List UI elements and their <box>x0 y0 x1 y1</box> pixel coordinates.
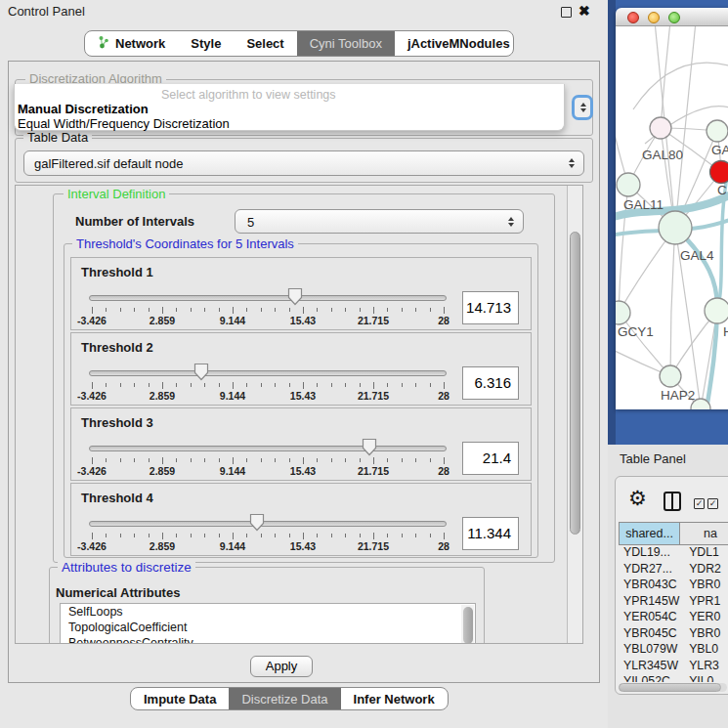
attributes-scrollbar[interactable] <box>461 605 474 644</box>
table-cell-shared[interactable]: YDR27... <box>619 562 682 578</box>
threshold-slider-track[interactable] <box>89 295 447 301</box>
table-row[interactable]: YDR27...YDR2 <box>619 562 728 578</box>
table-row[interactable]: YLR345WYLR3 <box>619 659 728 675</box>
threshold-slider-thumb[interactable] <box>193 363 209 381</box>
apply-button[interactable]: Apply <box>250 656 313 677</box>
control-panel: Control Panel ✖ Network Style S <box>0 0 608 728</box>
table-row[interactable]: YER054CYER0 <box>619 610 728 626</box>
tab-jactivemnodules[interactable]: jActiveMNodules <box>395 31 514 56</box>
node-gcy1[interactable] <box>616 301 630 324</box>
table-cell-name[interactable]: YDL1 <box>682 545 728 562</box>
node-hap2[interactable] <box>660 365 681 387</box>
tab-network-label: Network <box>115 36 165 51</box>
number-of-intervals-combobox[interactable]: 5 <box>235 209 524 234</box>
tab-discretize-data[interactable]: Discretize Data <box>229 688 340 709</box>
table-row[interactable]: YDL19...YDL1 <box>619 545 728 562</box>
settings-scrollbar-thumb[interactable] <box>570 232 580 535</box>
table-data-combobox[interactable]: galFiltered.sif default node <box>23 150 584 176</box>
table-horizontal-scrollbar[interactable] <box>619 683 727 692</box>
slider-tick <box>387 534 388 537</box>
node-label-gal4: GAL4 <box>680 248 714 263</box>
table-cell-shared[interactable]: YBR045C <box>619 626 682 643</box>
threshold-value-field[interactable]: 14.713 <box>462 291 519 324</box>
threshold-slider-thumb[interactable] <box>362 438 377 456</box>
algorithm-combobox-stepper[interactable] <box>572 95 593 120</box>
threshold-slider-track[interactable] <box>89 521 447 527</box>
table-cell-name[interactable]: YBR0 <box>682 626 728 643</box>
table-cell-name[interactable]: YER0 <box>682 610 728 626</box>
threshold-slider-thumb[interactable] <box>249 513 265 532</box>
table-cell-shared[interactable]: YER054C <box>619 610 682 626</box>
tab-infer-network[interactable]: Infer Network <box>341 688 448 709</box>
network-canvas[interactable]: GAL80 GA C GAL11 GAL4 GCY1 H HAP2 <box>616 26 728 409</box>
checkbox-icon[interactable]: ✓ <box>694 498 705 509</box>
minimize-traffic-light-icon[interactable] <box>648 12 660 23</box>
tab-cyni-toolbox[interactable]: Cyni Toolbox <box>297 31 395 56</box>
tab-select[interactable]: Select <box>234 31 296 56</box>
stepper-arrows-icon <box>569 158 575 168</box>
node-gal4[interactable] <box>659 211 692 244</box>
node-gal11[interactable] <box>617 173 640 196</box>
table-cell-shared[interactable]: YBR043C <box>619 578 682 594</box>
threshold-slider-thumb[interactable] <box>287 287 303 306</box>
table-row[interactable]: YIL052CYIL0 <box>619 674 728 682</box>
attribute-list-item[interactable]: BetweennessCentrality <box>61 635 475 644</box>
table-row[interactable]: YPR145WYPR1 <box>619 594 728 611</box>
table-cell-shared[interactable]: YPR145W <box>619 594 682 611</box>
slider-tick <box>134 458 135 462</box>
slider-tick-label: 15.43 <box>274 540 332 552</box>
table-cell-name[interactable]: YBL0 <box>682 642 728 659</box>
table-cell-shared[interactable]: YBL079W <box>619 642 682 659</box>
attributes-scrollbar-thumb[interactable] <box>463 607 473 644</box>
threshold-value-field[interactable]: 21.4 <box>462 442 519 475</box>
threshold-slider-track[interactable] <box>89 370 447 376</box>
zoom-traffic-light-icon[interactable] <box>668 12 680 23</box>
node-top-right[interactable] <box>707 120 728 142</box>
threshold-value-field[interactable]: 11.344 <box>462 517 519 550</box>
table-cell-name[interactable]: YPR1 <box>682 594 728 611</box>
checkbox-icon[interactable]: ✓ <box>707 498 718 509</box>
table-cell-shared[interactable]: YDL19... <box>619 545 682 562</box>
node-red[interactable] <box>710 161 728 184</box>
close-icon[interactable]: ✖ <box>578 3 590 19</box>
slider-tick <box>289 308 290 312</box>
column-header-shared[interactable]: shared... <box>619 522 680 545</box>
algorithm-option[interactable]: Equal Width/Frequency Discretization <box>17 116 564 131</box>
table-row[interactable]: YBL079WYBL0 <box>619 642 728 659</box>
node-gal80[interactable] <box>650 117 671 139</box>
float-window-icon[interactable] <box>561 7 572 18</box>
table-row[interactable]: YBR043CYBR0 <box>619 578 728 594</box>
slider-tick <box>149 534 150 537</box>
close-traffic-light-icon[interactable] <box>627 12 639 23</box>
gear-icon[interactable]: ⚙ <box>628 487 647 510</box>
slider-tick <box>430 458 431 462</box>
table-cell-shared[interactable]: YIL052C <box>619 674 682 682</box>
node-label-gcy1: GCY1 <box>618 324 654 339</box>
table-cell-name[interactable]: YBR0 <box>682 578 728 594</box>
table-panel-section: Table Panel ⚙ ✓ ✓ shared... na YDL19...Y… <box>608 445 728 728</box>
attribute-list-item[interactable]: SelfLoops <box>61 604 475 620</box>
threshold-slider-track[interactable] <box>89 446 447 451</box>
table-scrollbar-thumb[interactable] <box>619 683 721 692</box>
tab-network[interactable]: Network <box>85 31 178 56</box>
table-cell-name[interactable]: YIL0 <box>682 674 728 682</box>
tab-impute-data[interactable]: Impute Data <box>131 688 229 709</box>
split-panel-icon[interactable] <box>664 492 681 511</box>
slider-tick <box>415 383 416 387</box>
threshold-value-field[interactable]: 6.316 <box>462 366 519 400</box>
slider-tick <box>331 308 332 312</box>
column-header-name[interactable]: na <box>680 522 728 545</box>
node-right-mid[interactable] <box>705 298 728 323</box>
table-cell-shared[interactable]: YLR345W <box>619 659 682 675</box>
tab-style[interactable]: Style <box>178 31 234 56</box>
attribute-list-item[interactable]: TopologicalCoefficient <box>61 620 475 635</box>
node-label-top-right: GA <box>711 143 728 157</box>
attribute-items: SelfLoopsTopologicalCoefficientBetweenne… <box>61 604 475 644</box>
table-cell-name[interactable]: YDR2 <box>682 562 728 578</box>
threshold-1-panel: Threshold 1 -3.4262.8599.14415.4321.7152… <box>70 257 532 330</box>
table-cell-name[interactable]: YLR3 <box>682 659 728 675</box>
network-window-titlebar[interactable] <box>616 8 728 26</box>
settings-vertical-scrollbar[interactable] <box>567 186 582 643</box>
algorithm-option[interactable]: Manual Discretization <box>17 102 564 116</box>
table-row[interactable]: YBR045CYBR0 <box>619 626 728 643</box>
